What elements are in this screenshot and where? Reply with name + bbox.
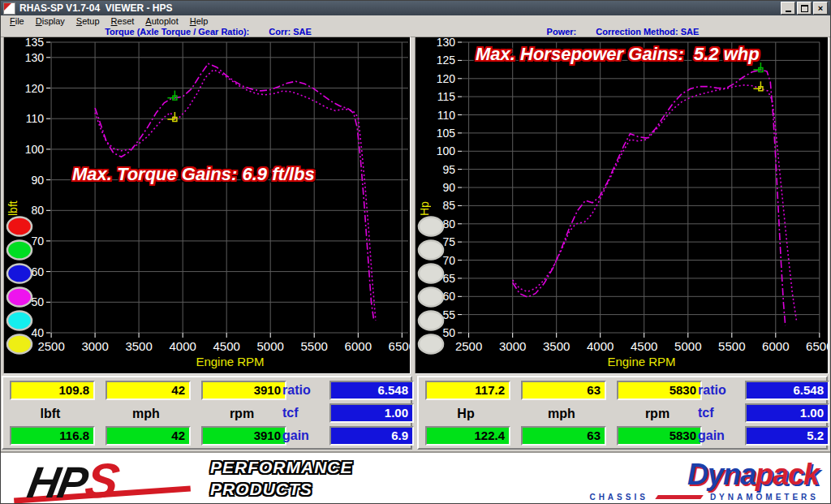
dyno-curves	[95, 63, 376, 321]
gridlines	[50, 42, 408, 333]
svg-text:75: 75	[442, 235, 455, 248]
menu-item-help[interactable]: Help	[184, 16, 214, 26]
power-correction-label: Correction Method: SAE	[596, 27, 699, 37]
hps-tagline-line2: PRODUCTS	[210, 478, 353, 500]
svg-text:4500: 4500	[631, 339, 657, 353]
torque-rpm-header: rpm	[201, 407, 282, 421]
svg-text:90: 90	[442, 181, 455, 194]
power-unit-header: Hp	[425, 407, 506, 421]
x-tick-labels: 250030003500400045005000550060006500	[455, 339, 828, 353]
svg-text:3500: 3500	[125, 339, 152, 353]
dyno-curves	[513, 70, 797, 325]
menu-bar: FileDisplaySetupResetAutoplotHelp	[1, 15, 830, 27]
charts-area: 1351301201101009080706050402500300035004…	[1, 37, 830, 373]
svg-text:40: 40	[31, 326, 44, 339]
app-window: RHAS-SP V1.7-04 VIEWER - HPS × FileDispl…	[0, 0, 831, 504]
svg-text:55: 55	[442, 308, 455, 321]
dynapack-dyna: Dyna	[687, 458, 756, 491]
svg-text:2500: 2500	[455, 339, 482, 353]
svg-text:80: 80	[442, 218, 455, 230]
power-stock-rpm-field: 5830	[617, 381, 702, 400]
svg-text:85: 85	[442, 199, 455, 212]
svg-text:130: 130	[25, 51, 45, 64]
torque-stock-mph-field: 42	[105, 381, 191, 400]
power-chart-header: Power: Correction Method: SAE	[416, 27, 830, 37]
channel-buttons	[7, 218, 32, 354]
channel-button-1[interactable]	[7, 218, 32, 236]
x-tick-labels: 250030003500400045005000550060006500	[37, 339, 410, 353]
dynapack-subtitle: CHASSIS DYNAMOMETERS	[589, 493, 819, 502]
svg-text:100: 100	[25, 143, 45, 156]
svg-text:5500: 5500	[301, 339, 328, 353]
power-gain-label: gain	[698, 426, 742, 446]
svg-text:65: 65	[442, 272, 455, 285]
svg-text:4500: 4500	[213, 339, 240, 353]
svg-text:60: 60	[31, 265, 44, 278]
menu-item-file[interactable]: File	[4, 16, 30, 26]
channel-button-5[interactable]	[7, 312, 32, 330]
channel-button-4[interactable]	[419, 288, 443, 307]
baseline-run-curve	[95, 70, 376, 321]
power-ratio-field: 6.548	[745, 381, 829, 400]
svg-text:6500: 6500	[806, 339, 828, 353]
chart-plot[interactable]: 1301251201151101051009590858075706560555…	[416, 37, 828, 373]
logo-strip: HPS PERFORMANCE PRODUCTS Dynapack CHASSI…	[1, 451, 830, 504]
channel-button-6[interactable]	[7, 335, 32, 354]
channel-button-5[interactable]	[419, 312, 443, 330]
restore-icon	[801, 5, 808, 12]
torque-gain-field: 6.9	[329, 426, 414, 446]
hps-logo: HPS	[24, 453, 122, 504]
torque-chart[interactable]: 1351301201101009080706050402500300035004…	[3, 37, 411, 374]
svg-text:125: 125	[437, 54, 456, 67]
power-chart[interactable]: 1301251201151101051009590858075706560555…	[415, 37, 829, 374]
svg-text:70: 70	[31, 235, 44, 248]
x-axis-label: Engine RPM	[196, 355, 264, 368]
torque-stock-rpm-field: 3910	[201, 381, 286, 400]
svg-text:5000: 5000	[674, 339, 701, 353]
cursor-markers	[167, 91, 177, 122]
svg-text:6500: 6500	[389, 339, 410, 353]
menu-item-display[interactable]: Display	[30, 16, 71, 26]
channel-button-1[interactable]	[419, 218, 443, 236]
svg-text:80: 80	[31, 204, 44, 217]
menu-item-setup[interactable]: Setup	[71, 16, 105, 26]
restore-button[interactable]	[797, 2, 812, 15]
svg-text:50: 50	[442, 326, 455, 339]
svg-text:70: 70	[442, 254, 455, 267]
chart-plot[interactable]: 1351301201101009080706050402500300035004…	[4, 37, 410, 373]
app-icon	[3, 2, 15, 15]
channel-button-4[interactable]	[7, 288, 32, 307]
channel-button-3[interactable]	[419, 265, 443, 283]
power-ratio-label: ratio	[698, 381, 742, 400]
svg-text:50: 50	[31, 295, 44, 308]
torque-tcf-label: tcf	[282, 403, 326, 423]
svg-text:3500: 3500	[543, 339, 570, 353]
power-tcf-label: tcf	[698, 403, 742, 423]
torque-y-axis-label: lbft	[6, 159, 19, 216]
x-axis-label: Engine RPM	[607, 355, 675, 368]
svg-text:2500: 2500	[37, 339, 64, 353]
torque-ratio-label: ratio	[282, 381, 326, 400]
hps-tagline: PERFORMANCE PRODUCTS	[210, 456, 353, 500]
torque-gain-label: gain	[282, 426, 326, 446]
close-button[interactable]: ×	[813, 2, 828, 15]
readout-row: 109.8 42 3910 lbft mph rpm 116.8 42 3910…	[1, 376, 830, 451]
torque-chart-header: Torque (Axle Torque / Gear Ratio): Corr:…	[1, 27, 416, 37]
torque-mod-mph-field: 42	[105, 426, 191, 446]
axis-ticks	[46, 42, 402, 338]
channel-button-3[interactable]	[7, 265, 32, 283]
window-controls: ×	[781, 2, 828, 15]
menu-item-reset[interactable]: Reset	[105, 16, 140, 26]
channel-button-6[interactable]	[419, 335, 443, 354]
channel-button-2[interactable]	[419, 241, 443, 260]
title-bar[interactable]: RHAS-SP V1.7-04 VIEWER - HPS ×	[1, 1, 830, 15]
menu-item-autoplot[interactable]: Autoplot	[140, 16, 183, 26]
torque-readout-panel: 109.8 42 3910 lbft mph rpm 116.8 42 3910…	[2, 376, 412, 450]
svg-text:120: 120	[25, 82, 45, 95]
dynapack-pack: pack	[756, 458, 819, 491]
minimize-button[interactable]	[781, 2, 795, 15]
window-title: RHAS-SP V1.7-04 VIEWER - HPS	[19, 2, 781, 14]
svg-text:6000: 6000	[762, 339, 789, 353]
channel-button-2[interactable]	[7, 241, 32, 260]
hps-tagline-line1: PERFORMANCE	[210, 456, 353, 478]
